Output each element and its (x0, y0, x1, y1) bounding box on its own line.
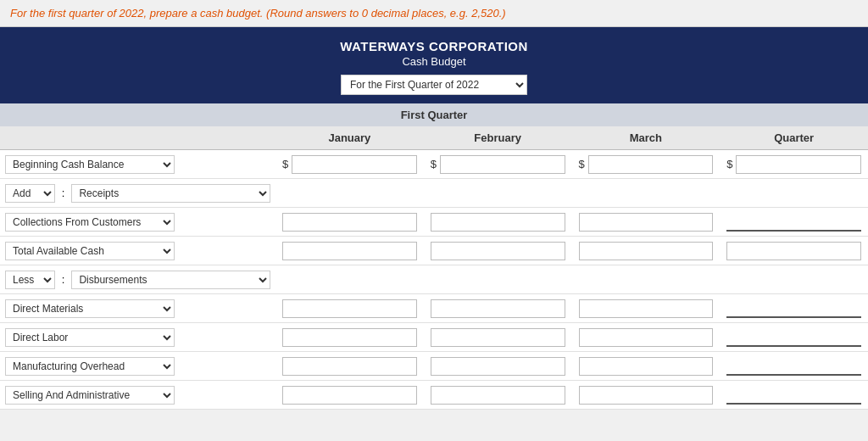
input-jan-beginning[interactable] (292, 155, 417, 174)
input-jan-dm[interactable] (282, 299, 417, 318)
cell-feb-dm (424, 296, 572, 321)
input-feb-dm[interactable] (431, 299, 565, 318)
input-jan-collections[interactable] (282, 213, 417, 232)
cell-qtr-dm (720, 296, 868, 321)
cell-feb-dl (424, 325, 572, 350)
cell-feb-beginning: $ (424, 152, 572, 177)
cell-feb-less (424, 276, 572, 283)
cell-jan-dl (275, 325, 424, 350)
input-qtr-dl[interactable] (726, 328, 861, 347)
input-jan-dl[interactable] (282, 328, 417, 347)
input-qtr-beginning[interactable] (736, 155, 861, 174)
input-feb-total[interactable] (431, 242, 565, 260)
input-mar-sa[interactable] (579, 386, 714, 405)
input-qtr-dm[interactable] (726, 299, 861, 318)
cell-feb-oh (424, 354, 572, 379)
cell-jan-add (275, 190, 424, 197)
input-qtr-collections[interactable] (726, 213, 861, 232)
cell-jan-beginning: $ (275, 152, 424, 177)
direct-materials-select[interactable]: Direct Materials (5, 299, 175, 318)
cell-mar-less (572, 276, 721, 283)
cell-feb-add (424, 190, 572, 197)
input-qtr-sa[interactable] (726, 386, 861, 405)
cell-mar-total (572, 238, 721, 264)
input-mar-dm[interactable] (579, 299, 714, 318)
table-row: Direct Labor (0, 323, 868, 352)
input-jan-sa[interactable] (282, 386, 417, 405)
cell-jan-dm (275, 296, 424, 321)
cell-jan-oh (275, 354, 424, 379)
row-label-less-disbursements: Less Add : Disbursements Receipts (0, 267, 275, 293)
cell-jan-sa (275, 382, 424, 408)
instruction-bar: For the first quarter of 2022, prepare a… (0, 0, 868, 27)
input-mar-beginning[interactable] (588, 155, 714, 174)
table-row: Selling And Administrative (0, 381, 868, 410)
input-mar-collections[interactable] (579, 213, 714, 232)
input-qtr-oh[interactable] (726, 357, 861, 376)
cell-jan-total (275, 238, 424, 264)
row-label-direct-materials: Direct Materials (0, 296, 275, 321)
cell-feb-collections (424, 209, 572, 235)
col-january: January (275, 126, 424, 149)
row-label-total-available: Total Available Cash (0, 238, 275, 264)
add-select[interactable]: Add Less (5, 184, 55, 203)
cell-qtr-oh (720, 354, 868, 379)
cell-qtr-add (720, 190, 868, 197)
cell-jan-collections (275, 209, 424, 235)
table-row: Direct Materials (0, 294, 868, 323)
input-jan-total[interactable] (282, 242, 417, 260)
cell-mar-oh (572, 354, 721, 379)
cell-qtr-beginning: $ (720, 152, 868, 177)
company-name: WATERWAYS CORPORATION (8, 39, 860, 53)
input-qtr-total[interactable] (726, 242, 861, 260)
row-label-add-receipts: Add Less : Receipts Disbursements (0, 181, 275, 206)
table-row: Less Add : Disbursements Receipts (0, 265, 868, 294)
cell-qtr-sa (720, 382, 868, 408)
report-title: Cash Budget (8, 55, 860, 68)
cell-mar-sa (572, 382, 721, 408)
input-jan-oh[interactable] (282, 357, 417, 376)
col-march: March (572, 126, 721, 149)
table-row: Beginning Cash Balance $ $ $ $ (0, 150, 868, 179)
cell-qtr-total (720, 238, 868, 264)
input-feb-collections[interactable] (431, 213, 565, 232)
direct-labor-select[interactable]: Direct Labor (5, 328, 175, 347)
table-row: Add Less : Receipts Disbursements (0, 179, 868, 208)
beginning-cash-select[interactable]: Beginning Cash Balance (5, 155, 175, 174)
table-row: Total Available Cash (0, 237, 868, 265)
input-feb-oh[interactable] (431, 357, 565, 376)
input-mar-oh[interactable] (579, 357, 714, 376)
less-select[interactable]: Less Add (5, 271, 55, 289)
cell-jan-less (275, 276, 424, 283)
instruction-highlight: (Round answers to 0 decimal places, e.g.… (266, 7, 506, 20)
row-label-mfg-overhead: Manufacturing Overhead (0, 354, 275, 379)
period-select[interactable]: For the First Quarter of 2022 For the Se… (341, 75, 527, 95)
cell-mar-collections (572, 209, 721, 235)
collections-select[interactable]: Collections From Customers (5, 213, 175, 232)
row-label-collections: Collections From Customers (0, 209, 275, 235)
col-february: February (424, 126, 572, 149)
cell-qtr-collections (720, 209, 868, 235)
report-header: WATERWAYS CORPORATION Cash Budget For th… (0, 27, 868, 103)
col-quarter: Quarter (720, 126, 868, 149)
row-label-selling-admin: Selling And Administrative (0, 382, 275, 408)
input-feb-beginning[interactable] (440, 155, 565, 174)
cell-mar-dl (572, 325, 721, 350)
receipts-select[interactable]: Receipts Disbursements (71, 184, 270, 203)
input-mar-dl[interactable] (579, 328, 714, 347)
col-label (0, 126, 275, 149)
selling-admin-select[interactable]: Selling And Administrative (5, 386, 175, 405)
budget-table: Beginning Cash Balance $ $ $ $ Add Less … (0, 150, 868, 410)
cell-feb-sa (424, 382, 572, 408)
input-feb-sa[interactable] (431, 386, 565, 405)
row-label-beginning-cash: Beginning Cash Balance (0, 152, 275, 177)
input-feb-dl[interactable] (431, 328, 565, 347)
mfg-overhead-select[interactable]: Manufacturing Overhead (5, 357, 175, 376)
cell-mar-beginning: $ (572, 152, 721, 177)
row-label-direct-labor: Direct Labor (0, 325, 275, 350)
table-row: Collections From Customers (0, 208, 868, 237)
disbursements-select[interactable]: Disbursements Receipts (71, 271, 270, 289)
input-mar-total[interactable] (579, 242, 714, 260)
cell-qtr-dl (720, 325, 868, 350)
total-available-select[interactable]: Total Available Cash (5, 242, 175, 260)
